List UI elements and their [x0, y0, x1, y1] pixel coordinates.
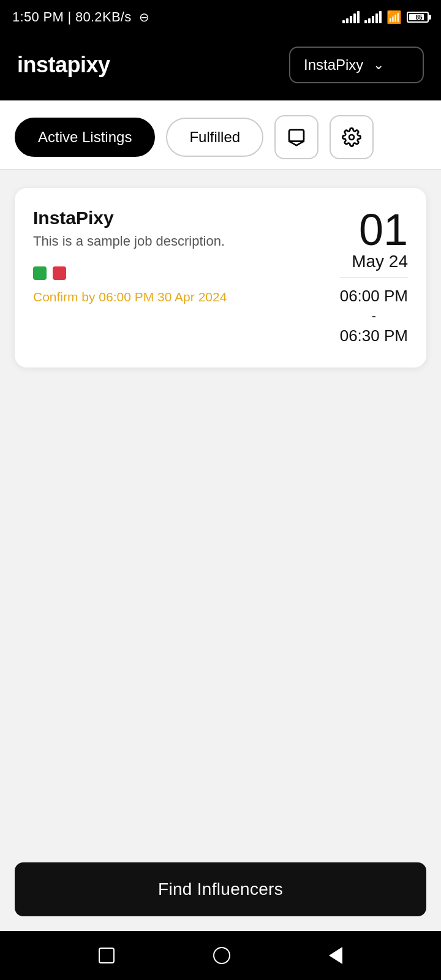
app-header: instapixy InstaPixy ⌄ — [0, 34, 441, 100]
signal-icon-2 — [364, 11, 382, 23]
card-confirm-text: Confirm by 06:00 PM 30 Apr 2024 — [33, 290, 328, 304]
card-time-divider — [340, 277, 408, 278]
status-separator: | — [67, 9, 75, 24]
app-logo: instapixy — [17, 52, 110, 78]
svg-point-1 — [349, 135, 354, 140]
chevron-down-icon: ⌄ — [373, 57, 384, 73]
card-date-day: 01 — [340, 208, 408, 252]
status-bar: 1:50 PM | 80.2KB/s ⊖ 📶 85 — [0, 0, 441, 34]
status-speed: 80.2KB/s — [75, 9, 132, 24]
tab-fulfilled[interactable]: Fulfilled — [166, 118, 263, 157]
card-title: InstaPixy — [33, 208, 328, 228]
card-time-start: 06:00 PM — [340, 284, 408, 308]
account-selector[interactable]: InstaPixy ⌄ — [289, 47, 424, 83]
card-time-end: 06:30 PM — [340, 324, 408, 348]
battery-icon: 85 — [407, 12, 429, 23]
status-time-speed: 1:50 PM | 80.2KB/s ⊖ — [12, 9, 149, 25]
tab-bar: Active Listings Fulfilled — [0, 100, 441, 159]
nav-recents-button[interactable] — [99, 948, 115, 963]
tab-active-listings[interactable]: Active Listings — [15, 118, 155, 157]
flag-green-icon — [33, 266, 47, 280]
card-date-month: May 24 — [340, 252, 408, 271]
listing-card[interactable]: InstaPixy This is a sample job descripti… — [15, 188, 426, 368]
tab-section: Active Listings Fulfilled — [0, 100, 441, 170]
find-influencers-button[interactable]: Find Influencers — [15, 862, 426, 916]
nav-back-icon — [329, 947, 342, 964]
nav-home-icon — [213, 947, 230, 964]
card-left: InstaPixy This is a sample job descripti… — [33, 208, 328, 304]
status-time: 1:50 PM — [12, 9, 64, 24]
message-button[interactable] — [274, 115, 318, 159]
main-content: InstaPixy This is a sample job descripti… — [0, 170, 441, 853]
message-icon — [287, 127, 306, 147]
android-nav-bar — [0, 931, 441, 980]
wifi-icon: 📶 — [386, 10, 402, 24]
flag-red-icon — [53, 266, 66, 280]
status-right-icons: 📶 85 — [342, 10, 429, 24]
svg-rect-0 — [289, 130, 304, 141]
card-flags — [33, 266, 328, 280]
gear-icon — [342, 127, 361, 147]
nav-recents-icon — [99, 948, 115, 963]
account-selector-label: InstaPixy — [304, 56, 363, 74]
settings-button[interactable] — [330, 115, 374, 159]
nav-home-button[interactable] — [213, 947, 230, 964]
vpn-icon: ⊖ — [139, 10, 149, 24]
nav-back-button[interactable] — [329, 947, 342, 964]
bottom-bar: Find Influencers — [0, 853, 441, 931]
card-time-separator: - — [340, 308, 408, 324]
card-right: 01 May 24 06:00 PM - 06:30 PM — [328, 208, 408, 348]
signal-icon-1 — [342, 11, 360, 23]
card-description: This is a sample job description. — [33, 233, 328, 249]
